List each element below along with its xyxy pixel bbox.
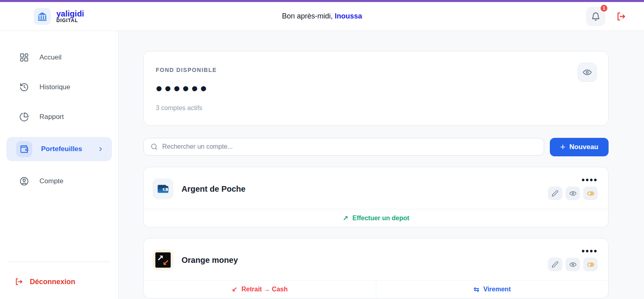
transfer-arrows-icon: ⇆ [474, 285, 479, 294]
wallet-icon [16, 141, 32, 157]
dashboard-icon [19, 53, 29, 62]
app-header: yaligidi DIGITAL Bon après-midi, Inoussa… [0, 2, 644, 31]
greeting-username: Inoussa [335, 12, 362, 20]
logout-label: Déconnexion [30, 278, 75, 286]
sidebar-item-label: Portefeuilles [41, 145, 82, 153]
funds-subtext: 3 comptes actifs [156, 104, 595, 112]
notifications-button[interactable]: 1 [586, 7, 605, 26]
sidebar-logout-button[interactable]: Déconnexion [14, 277, 75, 286]
greeting: Bon après-midi, Inoussa [0, 12, 644, 20]
sidebar-item-compte[interactable]: Compte [0, 172, 118, 191]
edit-wallet-button[interactable] [548, 258, 562, 271]
transfer-action[interactable]: ⇆ Virement [376, 281, 609, 298]
wallet-status-toggle-button[interactable] [583, 186, 598, 200]
new-button-label: Nouveau [570, 143, 599, 151]
chevron-right-icon [97, 146, 104, 152]
arrow-up-right-icon: ↗ [343, 214, 348, 223]
wallet-name: Orange money [182, 256, 238, 265]
view-wallet-button[interactable] [566, 258, 580, 271]
sidebar-item-label: Compte [39, 177, 64, 185]
deposit-action-label: Effectuer un depot [352, 215, 409, 222]
wallet-masked-amount: •••• [582, 249, 598, 254]
eye-icon [582, 68, 592, 77]
logout-icon [14, 277, 23, 286]
history-icon [19, 82, 29, 92]
wallets-toolbar: + Nouveau [143, 138, 609, 156]
edit-wallet-button[interactable] [548, 186, 562, 200]
toggle-balance-visibility-button[interactable] [578, 63, 597, 82]
sidebar-item-rapport[interactable]: Rapport [0, 107, 118, 127]
sidebar: Accueil Historique Rapport [0, 31, 119, 299]
greeting-prefix: Bon après-midi, [282, 12, 334, 20]
wallet-name: Argent de Poche [182, 184, 246, 194]
pie-chart-icon [19, 112, 29, 122]
eye-icon [569, 190, 577, 197]
transfer-action-label: Virement [483, 286, 511, 293]
sidebar-item-portefeuilles[interactable]: Portefeuilles [6, 137, 112, 161]
new-wallet-button[interactable]: + Nouveau [550, 138, 609, 156]
sidebar-item-label: Historique [39, 83, 70, 91]
withdraw-action-label: Retrait → Cash [242, 286, 288, 293]
om-arrow-down-icon: ↙ [162, 258, 169, 267]
toggle-icon [587, 261, 594, 268]
funds-card: FOND DISPONIBLE •••••• 3 comptes actifs [143, 51, 609, 126]
main-content: FOND DISPONIBLE •••••• 3 comptes actifs [119, 31, 644, 299]
wallet-card-orange-money: ↗ ↙ Orange money •••• [143, 238, 609, 299]
funds-label: FOND DISPONIBLE [156, 67, 595, 73]
sidebar-divider [8, 262, 110, 262]
wallet-logo-icon [153, 178, 173, 199]
sidebar-item-label: Rapport [39, 113, 64, 121]
plus-icon: + [560, 143, 566, 151]
pencil-icon [551, 190, 559, 197]
notification-badge: 1 [600, 4, 608, 12]
view-wallet-button[interactable] [566, 186, 580, 200]
sidebar-item-label: Accueil [39, 53, 62, 61]
eye-icon [569, 261, 577, 268]
pencil-icon [551, 261, 559, 268]
deposit-action[interactable]: ↗ Effectuer un depot [144, 209, 608, 227]
wallet-status-toggle-button[interactable] [583, 258, 598, 271]
wallet-card-argent-de-poche: Argent de Poche •••• [143, 167, 609, 227]
sidebar-item-historique[interactable]: Historique [0, 78, 118, 97]
funds-masked-balance: •••••• [156, 84, 595, 93]
sidebar-item-accueil[interactable]: Accueil [0, 48, 118, 67]
arrow-down-left-icon: ↙ [232, 285, 237, 294]
wallet-masked-amount: •••• [582, 178, 598, 182]
search-input[interactable] [162, 143, 537, 150]
toggle-icon [587, 190, 594, 197]
orange-money-logo: ↗ ↙ [153, 250, 173, 270]
search-box [143, 138, 544, 156]
withdraw-action[interactable]: ↙ Retrait → Cash [144, 281, 376, 298]
bell-icon [591, 12, 601, 21]
user-icon [19, 176, 29, 186]
search-icon [150, 143, 158, 151]
